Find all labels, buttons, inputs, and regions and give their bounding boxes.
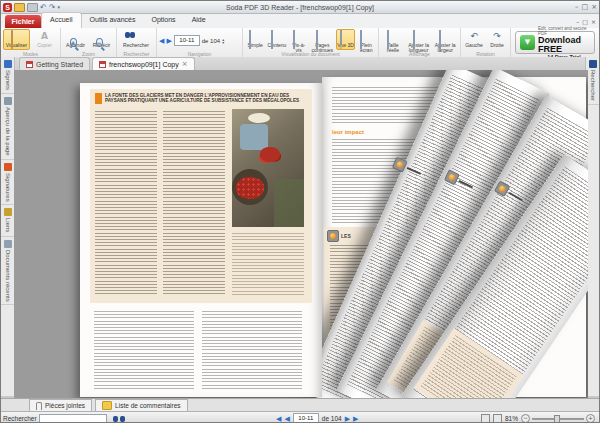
hand-icon	[11, 30, 13, 49]
first-page-icon[interactable]: ◀	[276, 415, 281, 423]
zoom-in-icon[interactable]: +	[586, 414, 595, 423]
article-photo	[232, 109, 304, 227]
group-affichage: Taille réelle Ajuster la longueur Ajuste…	[379, 28, 461, 57]
ribbon: Visualiser A Copier Modes + Agrandir − R…	[1, 28, 599, 58]
rotate-right-icon: ↷	[491, 31, 503, 42]
single-page-icon	[249, 30, 251, 49]
doc-tab-getting-started[interactable]: Getting Started	[19, 57, 90, 70]
tab-outils-avances[interactable]: Outils avancés	[82, 13, 144, 28]
status-page-input[interactable]: 10-11	[293, 413, 319, 423]
status-bar: Rechercher ◀ ◀ 10-11 de 104 ▶ ▶ 81% − +	[1, 411, 599, 423]
spin-down-icon[interactable]: ▾	[222, 41, 224, 44]
zoom-slider[interactable]: − +	[521, 414, 595, 423]
doc-minimize-button[interactable]: –	[576, 18, 579, 25]
zoom-slider-thumb[interactable]	[554, 415, 560, 423]
copy-text-icon: A	[39, 31, 51, 42]
search-label: Rechercher	[3, 415, 37, 422]
signature-icon	[4, 163, 12, 171]
sidebar-tab-liens[interactable]: Liens	[1, 205, 14, 236]
text-block	[202, 311, 302, 389]
group-rechercher: Rechercher Rechercher	[117, 28, 157, 57]
actual-size-icon	[387, 30, 389, 49]
vue-simple-button[interactable]: Simple	[245, 29, 265, 50]
window-title: Soda PDF 3D Reader - [frenchswop09[1] Co…	[1, 4, 599, 11]
status-page-navigation: ◀ ◀ 10-11 de 104 ▶ ▶	[276, 413, 358, 423]
fit-width-icon	[439, 30, 441, 49]
download-arrow-icon: ▼	[520, 35, 535, 50]
info-icon	[327, 230, 339, 242]
view-3d-icon	[340, 30, 342, 49]
facing-pages-icon	[293, 30, 295, 49]
sidebar-tab-documents-recents[interactable]: Documents récents	[1, 237, 14, 306]
text-block	[94, 311, 194, 389]
fullscreen-icon	[360, 30, 362, 49]
vue-contenu-button[interactable]: Contenu	[266, 29, 287, 50]
document-canvas[interactable]: climatiques leur impact LES	[14, 70, 588, 398]
link-icon	[4, 208, 12, 216]
prev-page-icon[interactable]: ◀	[284, 415, 289, 423]
sidebar-tab-apercu[interactable]: Aperçu de la page	[1, 94, 14, 160]
download-free-button[interactable]: ▼ Edit, convert and secure PDF Download …	[515, 31, 595, 54]
text-block	[163, 111, 225, 297]
photo-caption	[232, 233, 304, 295]
copier-button[interactable]: A Copier	[31, 29, 58, 50]
group-navigation: ◀ ▶ 10-11 de 104 ▴ ▾ Navigation	[157, 28, 243, 57]
pdf-file-icon	[26, 61, 33, 68]
bottom-panel-tabs: Pièces jointes Liste de commentaires	[1, 398, 599, 412]
sidebar-tab-signets[interactable]: Signets	[1, 57, 14, 94]
pdf-file-icon	[99, 61, 106, 68]
zoom-percent: 81%	[505, 415, 518, 422]
doc-restore-button[interactable]: □	[582, 18, 588, 25]
sidebar-tab-signatures[interactable]: Signatures	[1, 160, 14, 206]
tab-aide[interactable]: Aide	[184, 13, 214, 28]
text-block	[95, 111, 157, 297]
minimize-button[interactable]: –	[575, 3, 579, 12]
tab-accueil[interactable]: Accueil	[41, 12, 82, 28]
tab-close-icon[interactable]: ×	[182, 60, 188, 68]
tab-options[interactable]: Options	[144, 13, 184, 28]
page-number-input[interactable]: 10-11	[174, 35, 200, 46]
vue-3d-button[interactable]: Vue 3D	[336, 29, 356, 50]
visualiser-button[interactable]: Visualiser	[3, 29, 30, 50]
rotation-droite-button[interactable]: ↷ Droite	[486, 29, 508, 50]
maximize-button[interactable]: □	[582, 3, 589, 12]
close-button[interactable]: ×	[591, 3, 597, 12]
doc-tab-frenchswop[interactable]: frenchswop09[1] Copy ×	[92, 57, 195, 70]
document-tab-bar: Getting Started frenchswop09[1] Copy ×	[14, 57, 586, 71]
search-binoculars-icon[interactable]	[113, 415, 125, 423]
section-heading: leur impact	[332, 129, 364, 135]
ribbon-tab-row: Fichier Accueil Outils avancés Options A…	[1, 14, 599, 29]
zoom-in-icon: +	[70, 38, 77, 47]
article-feature-box: LA FONTE DES GLACIERS MET EN DANGER L'AP…	[90, 89, 312, 303]
search-input[interactable]	[39, 414, 107, 423]
rotation-gauche-button[interactable]: ↶ Gauche	[463, 29, 485, 50]
fit-height-icon	[413, 30, 415, 49]
page-thumbnails-icon	[4, 97, 12, 105]
recent-documents-icon	[4, 240, 12, 248]
next-page-icon[interactable]: ▶	[345, 415, 350, 423]
agrandir-button[interactable]: + Agrandir	[63, 29, 88, 50]
group-modes: Visualiser A Copier Modes	[1, 28, 61, 57]
article-headline: LA FONTE DES GLACIERS MET EN DANGER L'AP…	[105, 93, 304, 104]
content-view-icon	[271, 30, 273, 49]
next-page-icon[interactable]: ▶	[166, 37, 171, 45]
rechercher-button[interactable]: Rechercher	[119, 29, 153, 50]
fichier-button[interactable]: Fichier	[5, 15, 41, 28]
comment-icon	[102, 401, 112, 410]
status-page-count: de 104	[322, 415, 342, 422]
rotate-left-icon: ↶	[468, 31, 480, 42]
book-page-left[interactable]: LA FONTE DES GLACIERS MET EN DANGER L'AP…	[80, 83, 322, 397]
soda-pdf-window: S ↶ ↷ ▾ Soda PDF 3D Reader - [frenchswop…	[0, 0, 600, 423]
retrecir-button[interactable]: − Rétrécir	[89, 29, 114, 50]
last-page-icon[interactable]: ▶	[353, 415, 358, 423]
fit-page-icon[interactable]	[481, 414, 490, 423]
group-zoom: + Agrandir − Rétrécir Zoom	[61, 28, 117, 57]
fit-width-icon[interactable]	[493, 414, 502, 423]
page-count-label: de 104	[202, 38, 220, 44]
paperclip-icon	[36, 402, 42, 410]
prev-page-icon[interactable]: ◀	[159, 37, 164, 45]
doc-close-button[interactable]: ×	[591, 18, 596, 25]
zoom-out-icon[interactable]: −	[521, 414, 530, 423]
search-binoculars-icon	[589, 60, 597, 68]
headline-marker	[95, 93, 102, 104]
